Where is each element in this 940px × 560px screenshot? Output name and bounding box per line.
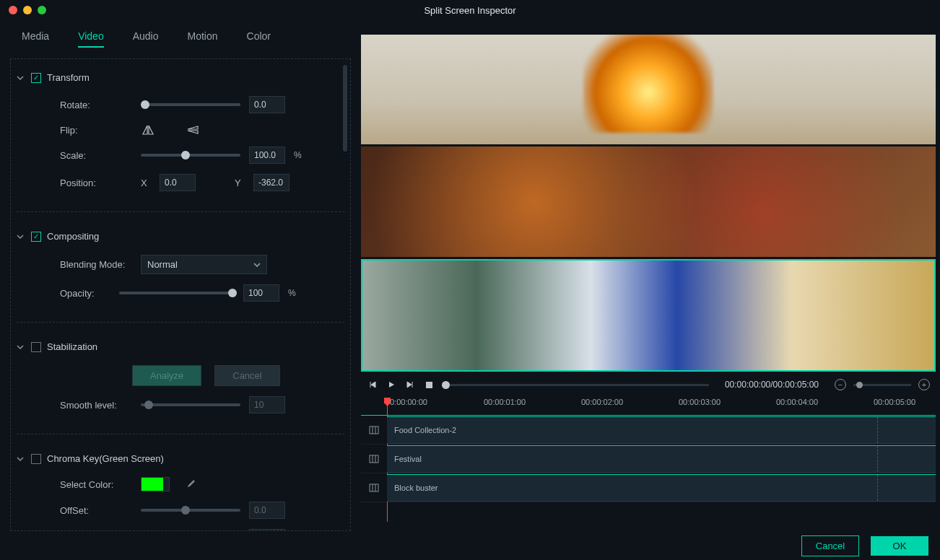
preview-strip-3[interactable]	[361, 259, 936, 372]
track-row: Block buster	[361, 473, 936, 502]
tab-color[interactable]: Color	[247, 30, 271, 48]
track-icon[interactable]	[361, 426, 387, 434]
position-y-input[interactable]	[253, 174, 290, 191]
scale-label: Scale:	[60, 150, 132, 161]
track-row: Food Collection-2	[361, 416, 936, 445]
preview-strip-1[interactable]	[361, 35, 936, 144]
scale-suffix: %	[294, 150, 302, 160]
ok-button[interactable]: OK	[871, 536, 928, 556]
zoom-slider[interactable]	[853, 384, 911, 386]
track-icon[interactable]	[361, 484, 387, 492]
zoom-in-button[interactable]: +	[918, 379, 930, 390]
tab-media[interactable]: Media	[22, 30, 49, 48]
opacity-suffix: %	[288, 288, 296, 298]
window-title: Split Screen Inspector	[424, 5, 515, 16]
flip-label: Flip:	[60, 125, 132, 136]
y-label: Y	[235, 178, 245, 188]
footer: Cancel OK	[0, 531, 940, 560]
ruler-tick: 00:00:05:00	[874, 398, 915, 406]
flip-vertical-icon[interactable]	[186, 123, 200, 136]
section-head[interactable]: ✓ Chroma Key(Green Screen)	[17, 447, 344, 470]
clip-name: Block buster	[394, 484, 438, 492]
select-color-label: Select Color:	[60, 479, 132, 490]
track-clip[interactable]: Food Collection-2	[387, 416, 936, 444]
clip-name: Festival	[394, 455, 422, 463]
rotate-input[interactable]	[249, 96, 285, 113]
prev-frame-button[interactable]	[367, 379, 378, 390]
window-controls	[9, 6, 46, 14]
smooth-slider[interactable]	[141, 403, 240, 406]
svg-rect-1	[370, 426, 378, 434]
track-clip[interactable]: Block buster	[387, 474, 936, 502]
chevron-down-icon	[17, 455, 25, 463]
timecode: 00:00:00:00/00:00:05:00	[725, 380, 819, 390]
minimize-window[interactable]	[23, 6, 32, 14]
section-head[interactable]: ✓ Stabilization	[17, 336, 344, 358]
playback-track[interactable]	[442, 384, 709, 386]
track-clip[interactable]: Festival	[387, 445, 936, 473]
flip-horizontal-icon[interactable]	[141, 123, 155, 136]
tolerance-input[interactable]	[249, 529, 285, 531]
close-window[interactable]	[9, 6, 17, 14]
section-title: Transform	[47, 72, 90, 83]
blend-mode-select[interactable]: Normal	[141, 255, 267, 274]
scale-slider[interactable]	[141, 154, 240, 157]
stop-button[interactable]	[423, 379, 435, 390]
timeline-ruler[interactable]: 0:00:00:00 00:00:01:00 00:00:02:00 00:00…	[361, 398, 936, 415]
ruler-tick: 0:00:00:00	[390, 398, 427, 406]
transform-checkbox[interactable]: ✓	[31, 73, 41, 83]
eyedropper-icon[interactable]	[186, 479, 196, 489]
section-title: Stabilization	[47, 341, 97, 352]
zoom-out-button[interactable]: −	[835, 379, 846, 390]
opacity-input[interactable]	[243, 284, 279, 302]
ruler-tick: 00:00:04:00	[776, 398, 818, 406]
rotate-slider[interactable]	[141, 103, 240, 106]
cancel-button[interactable]: Cancel	[801, 535, 859, 556]
x-label: X	[141, 178, 151, 188]
opacity-slider[interactable]	[119, 292, 235, 294]
chevron-down-icon	[17, 233, 25, 240]
tab-video[interactable]: Video	[78, 30, 104, 48]
scale-input[interactable]	[249, 146, 285, 164]
track-row: Festival	[361, 445, 936, 473]
section-head[interactable]: ✓ Transform	[17, 66, 344, 89]
offset-slider[interactable]	[141, 509, 240, 512]
track-icon[interactable]	[361, 455, 387, 463]
smooth-label: Smooth level:	[60, 400, 132, 411]
tab-motion[interactable]: Motion	[188, 30, 218, 48]
chevron-down-icon	[17, 344, 25, 351]
offset-label: OffSet:	[60, 505, 132, 516]
ruler-tick: 00:00:02:00	[581, 398, 623, 406]
smooth-input[interactable]	[249, 396, 285, 414]
color-swatch[interactable]	[141, 477, 170, 491]
rotate-label: Rotate:	[60, 100, 132, 110]
ruler-tick: 00:00:03:00	[679, 398, 721, 406]
stabilization-cancel-button[interactable]: Cancel	[214, 365, 279, 386]
compositing-checkbox[interactable]: ✓	[31, 232, 41, 242]
blend-label: Blending Mode:	[60, 259, 132, 270]
position-label: Position:	[60, 178, 132, 188]
svg-rect-7	[370, 484, 378, 491]
chromakey-checkbox[interactable]: ✓	[31, 454, 41, 464]
offset-input[interactable]	[249, 502, 285, 519]
play-button[interactable]	[386, 379, 397, 390]
playback-bar: 00:00:00:00/00:00:05:00 − +	[361, 372, 936, 398]
inspector-tabs: Media Video Audio Motion Color	[10, 20, 351, 56]
section-head[interactable]: ✓ Compositing	[17, 225, 344, 248]
position-x-input[interactable]	[160, 174, 196, 191]
svg-rect-0	[426, 382, 432, 388]
timeline: 0:00:00:00 00:00:01:00 00:00:02:00 00:00…	[361, 398, 936, 531]
stabilization-checkbox[interactable]: ✓	[31, 342, 41, 352]
ruler-tick: 00:00:01:00	[484, 398, 526, 406]
chevron-down-icon	[253, 263, 261, 267]
chevron-down-icon	[17, 74, 25, 82]
clip-name: Food Collection-2	[394, 426, 456, 434]
section-stabilization: ✓ Stabilization Analyze Cancel Smooth le…	[17, 336, 344, 434]
analyze-button[interactable]: Analyze	[132, 365, 201, 386]
next-frame-button[interactable]	[404, 379, 416, 390]
tab-audio[interactable]: Audio	[133, 30, 159, 48]
preview-strip-2[interactable]	[361, 146, 936, 256]
maximize-window[interactable]	[38, 6, 46, 14]
opacity-label: Opacity:	[60, 288, 110, 299]
scrollbar[interactable]	[343, 65, 347, 152]
